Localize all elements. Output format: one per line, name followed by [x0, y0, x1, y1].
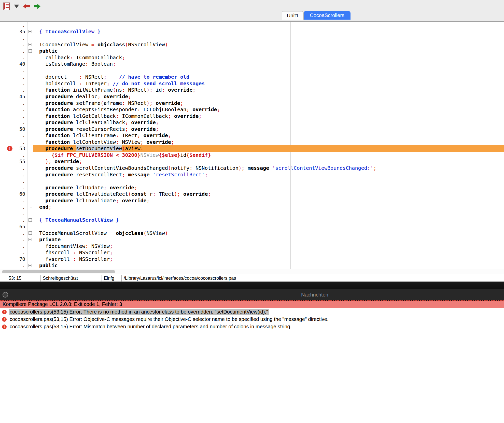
line-number[interactable]: . — [0, 87, 27, 93]
message-row[interactable]: !cocoascrollers.pas(53,15) Error: Object… — [0, 316, 504, 323]
jump-back-icon[interactable] — [23, 4, 30, 9]
message-row[interactable]: !cocoascrollers.pas(53,15) Error: Mismat… — [0, 323, 504, 330]
code-text[interactable]: procedure lclInvalidateRect(const r: TRe… — [33, 191, 504, 198]
code-line[interactable]: . function initWithFrame(ns: NSRect): id… — [0, 87, 504, 93]
code-text[interactable] — [33, 210, 504, 217]
code-line[interactable]: . TCocoaScrollView = objcclass(NSScrollV… — [0, 41, 504, 48]
code-text[interactable]: private — [33, 236, 504, 243]
line-number[interactable]: . — [0, 113, 27, 120]
code-line[interactable]: . end; — [0, 204, 504, 210]
line-number[interactable]: . — [0, 152, 27, 159]
line-number[interactable]: . — [0, 262, 27, 269]
code-text[interactable]: isCustomRange: Boolean; — [33, 61, 504, 67]
line-number[interactable]: . — [0, 217, 27, 223]
code-line[interactable]: . docrect : NSRect; // have to remember … — [0, 74, 504, 80]
code-text[interactable]: TCocoaManualScrollView = objcclass(NSVie… — [33, 230, 504, 237]
code-text[interactable]: procedure scrollContentViewBoundsChanged… — [33, 165, 504, 172]
line-number[interactable]: . — [0, 230, 27, 237]
fold-collapse-icon[interactable] — [29, 231, 32, 235]
code-line[interactable]: . procedure scrollContentViewBoundsChang… — [0, 165, 504, 172]
code-text[interactable]: procedure lclUpdate; override; — [33, 185, 504, 191]
line-number[interactable]: 45 — [0, 93, 27, 100]
code-text[interactable] — [33, 22, 504, 29]
line-number[interactable]: 60 — [0, 191, 27, 198]
code-line[interactable]: 65 — [0, 223, 504, 230]
code-line[interactable]: . procedure lclClearCallback; override; — [0, 119, 504, 126]
code-text[interactable]: procedure resetCursorRects; override; — [33, 126, 504, 133]
code-text[interactable]: docrect : NSRect; // have to remember ol… — [33, 74, 504, 80]
code-text[interactable]: procedure lclInvalidate; override; — [33, 198, 504, 204]
line-number[interactable]: 35 — [0, 29, 27, 35]
code-text[interactable]: function initWithFrame(ns: NSRect): id; … — [33, 87, 504, 93]
code-line[interactable]: . — [0, 22, 504, 29]
code-line[interactable]: 40 isCustomRange: Boolean; — [0, 61, 504, 67]
line-number[interactable]: . — [0, 80, 27, 87]
code-text[interactable]: public — [33, 262, 504, 269]
code-text[interactable]: function lclContentView: NSView; overrid… — [33, 139, 504, 146]
code-text[interactable]: ); override; — [33, 158, 504, 165]
window-close-icon[interactable] — [3, 292, 8, 298]
line-number[interactable]: . — [0, 172, 27, 178]
code-text[interactable]: procedure setDocumentView(aView: — [33, 145, 504, 152]
code-text[interactable]: public — [33, 48, 504, 54]
code-text[interactable] — [33, 178, 504, 185]
code-text[interactable]: fdocumentView: NSView; — [33, 243, 504, 250]
message-row-selected[interactable]: !cocoascrollers.pas(53,15) Error: There … — [0, 308, 504, 316]
code-text[interactable]: TCocoaScrollView = objcclass(NSScrollVie… — [33, 41, 504, 48]
fold-collapse-icon[interactable] — [29, 218, 32, 222]
code-line[interactable]: . TCocoaManualScrollView = objcclass(NSV… — [0, 230, 504, 237]
fold-gutter[interactable] — [27, 41, 33, 48]
code-line[interactable]: . public — [0, 262, 504, 269]
code-line[interactable]: . public — [0, 48, 504, 54]
code-line[interactable]: . procedure lclUpdate; override; — [0, 185, 504, 191]
fold-gutter[interactable] — [27, 217, 33, 223]
code-line[interactable]: 55 ); override; — [0, 158, 504, 165]
line-number[interactable]: . — [0, 204, 27, 210]
line-number[interactable]: . — [0, 119, 27, 126]
code-text[interactable]: {$if FPC_FULLVERSION < 30200}NSView{$els… — [33, 152, 504, 159]
line-number[interactable]: . — [0, 22, 27, 29]
fold-collapse-icon[interactable] — [29, 264, 32, 267]
code-line[interactable]: . callback: ICommonCallback; — [0, 54, 504, 61]
line-number[interactable]: 65 — [0, 223, 27, 230]
code-line[interactable]: . procedure resetScrollRect; message 're… — [0, 172, 504, 178]
code-text[interactable] — [33, 67, 504, 74]
code-text[interactable]: function acceptsFirstResponder: LCLObjCB… — [33, 106, 504, 113]
code-text[interactable]: end; — [33, 204, 504, 210]
code-text[interactable]: fhscroll : NSScroller; — [33, 249, 504, 256]
line-number[interactable]: . — [0, 210, 27, 217]
source-editor-icon[interactable] — [3, 3, 10, 10]
tab-unit1[interactable]: Unit1 — [282, 11, 304, 20]
line-number[interactable]: 53! — [0, 145, 27, 152]
code-line[interactable]: . function lclClientFrame: TRect; overri… — [0, 132, 504, 139]
code-line[interactable]: . fdocumentView: NSView; — [0, 243, 504, 250]
jump-forward-icon[interactable] — [34, 4, 40, 9]
code-text[interactable]: function lclGetCallback: ICommonCallback… — [33, 113, 504, 120]
code-line[interactable]: . holdscroll : Integer; // do not send s… — [0, 80, 504, 87]
code-line[interactable]: . {$if FPC_FULLVERSION < 30200}NSView{$e… — [0, 152, 504, 159]
line-number[interactable]: . — [0, 48, 27, 54]
line-number[interactable]: 40 — [0, 61, 27, 67]
code-line[interactable]: . private — [0, 236, 504, 243]
code-text[interactable] — [33, 223, 504, 230]
code-line[interactable]: 60 procedure lclInvalidateRect(const r: … — [0, 191, 504, 198]
code-text[interactable]: fvscroll : NSScroller; — [33, 256, 504, 263]
code-line[interactable]: 70 fvscroll : NSScroller; — [0, 256, 504, 263]
line-number[interactable]: . — [0, 185, 27, 191]
code-line[interactable]: . — [0, 178, 504, 185]
code-line[interactable]: . procedure lclInvalidate; override; — [0, 198, 504, 204]
line-number[interactable]: . — [0, 139, 27, 146]
fold-gutter[interactable] — [27, 262, 33, 269]
code-text[interactable]: callback: ICommonCallback; — [33, 54, 504, 61]
compile-status-row[interactable]: Kompiliere Package LCL 2.0.8: Exit code … — [0, 301, 504, 308]
tab-cocoascrollers[interactable]: CocoaScrollers — [304, 11, 351, 20]
line-number[interactable]: . — [0, 178, 27, 185]
code-text[interactable]: procedure lclClearCallback; override; — [33, 119, 504, 126]
line-number[interactable]: . — [0, 249, 27, 256]
fold-gutter[interactable] — [27, 48, 33, 54]
code-line[interactable]: . { TCocoaManualScrollView } — [0, 217, 504, 223]
line-number[interactable]: . — [0, 67, 27, 74]
line-number[interactable]: . — [0, 41, 27, 48]
fold-gutter[interactable] — [27, 236, 33, 243]
horizontal-scrollbar[interactable] — [0, 269, 504, 274]
